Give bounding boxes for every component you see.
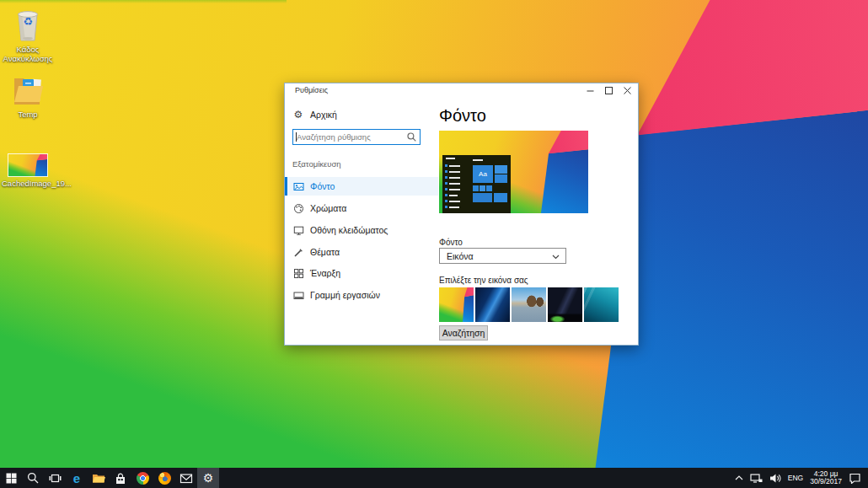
background-preview: Aa bbox=[439, 131, 588, 213]
close-button[interactable] bbox=[618, 84, 636, 96]
palette-icon bbox=[292, 203, 304, 214]
chrome-icon bbox=[137, 472, 149, 485]
recycle-symbol-icon: ♻ bbox=[2, 15, 54, 28]
taskbar-edge-button[interactable]: e bbox=[66, 468, 88, 488]
sidebar-item-label: Γραμμή εργασιών bbox=[310, 290, 380, 300]
chevron-up-icon bbox=[735, 475, 743, 480]
taskbar-icon bbox=[292, 290, 304, 301]
taskbar-file-explorer-button[interactable] bbox=[88, 468, 110, 488]
search-input[interactable] bbox=[297, 130, 402, 144]
sidebar-item-colors[interactable]: Χρώματα bbox=[285, 199, 438, 217]
sidebar-item-start[interactable]: Έναρξη bbox=[285, 264, 438, 282]
sidebar-item-label: Χρώματα bbox=[310, 203, 346, 213]
desktop: ♻ Κάδος Ανακύκλωσης Temp CachedImage_19.… bbox=[0, 0, 868, 488]
wallpaper-thumbnail-beach[interactable] bbox=[512, 287, 546, 322]
sidebar-item-label: Φόντο bbox=[310, 181, 335, 191]
close-icon bbox=[624, 87, 631, 94]
settings-search-box[interactable] bbox=[292, 129, 421, 145]
choose-picture-label: Επιλέξτε την εικόνα σας bbox=[439, 276, 528, 285]
preview-start-menu: Aa bbox=[442, 155, 511, 213]
clock-date: 30/9/2017 bbox=[810, 478, 842, 485]
taskbar-search-button[interactable] bbox=[22, 468, 44, 488]
gear-icon: ⚙ bbox=[292, 110, 304, 120]
sidebar-item-label: Έναρξη bbox=[310, 268, 340, 278]
windows-logo-icon bbox=[6, 473, 17, 484]
minimize-button[interactable] bbox=[581, 84, 599, 96]
wallpaper-thumbnail-current[interactable] bbox=[439, 287, 474, 322]
start-button[interactable] bbox=[0, 468, 22, 488]
gear-icon: ⚙ bbox=[203, 472, 214, 484]
desktop-icon-temp-folder[interactable]: Temp bbox=[2, 72, 54, 120]
preview-tile-aa: Aa bbox=[473, 165, 493, 183]
window-titlebar[interactable]: Ρυθμίσεις bbox=[285, 83, 638, 97]
desktop-icon-label: Κάδος Ανακύκλωσης bbox=[2, 46, 54, 63]
window-title: Ρυθμίσεις bbox=[295, 86, 328, 94]
settings-window: Ρυθμίσεις ⚙ Αρχική bbox=[284, 83, 639, 346]
taskbar-firefox-button[interactable] bbox=[153, 468, 175, 488]
network-icon bbox=[750, 473, 763, 484]
background-dropdown-label: Φόντο bbox=[439, 238, 463, 247]
edge-icon: e bbox=[73, 472, 80, 485]
desktop-icon-label: CachedImage_19... bbox=[2, 180, 54, 189]
tray-clock[interactable]: 4:20 μμ 30/9/2017 bbox=[806, 468, 845, 488]
search-icon[interactable] bbox=[407, 132, 416, 142]
sidebar-item-label: Θέματα bbox=[310, 247, 340, 257]
store-bag-icon bbox=[114, 472, 127, 485]
taskbar-chrome-button[interactable] bbox=[131, 468, 153, 488]
mail-icon bbox=[179, 473, 193, 484]
chevron-down-icon bbox=[552, 255, 560, 260]
task-view-button[interactable] bbox=[44, 468, 66, 488]
sidebar-item-label: Αρχική bbox=[310, 110, 337, 120]
start-icon bbox=[292, 268, 304, 279]
speaker-icon bbox=[769, 473, 781, 484]
sidebar-item-home[interactable]: ⚙ Αρχική bbox=[285, 105, 438, 124]
page-title: Φόντο bbox=[439, 106, 486, 126]
folder-icon bbox=[92, 473, 105, 484]
maximize-button[interactable] bbox=[599, 84, 618, 96]
themes-icon bbox=[292, 247, 304, 258]
image-file-icon bbox=[8, 153, 48, 177]
action-center-icon bbox=[849, 472, 861, 484]
background-type-dropdown[interactable]: Εικόνα bbox=[439, 248, 566, 264]
wallpaper-thumbnail-night-sky[interactable] bbox=[548, 287, 582, 322]
maximize-icon bbox=[605, 87, 613, 94]
selection-accent-bar bbox=[285, 177, 287, 196]
dropdown-selected-value: Εικόνα bbox=[447, 251, 474, 261]
desktop-icon-label: Temp bbox=[2, 110, 54, 120]
desktop-icon-recycle-bin[interactable]: ♻ Κάδος Ανακύκλωσης bbox=[2, 8, 54, 63]
sidebar-section-label: Εξατομίκευση bbox=[292, 159, 341, 169]
sidebar-item-background[interactable]: Φόντο bbox=[285, 177, 438, 196]
wallpaper-thumbnail-underwater[interactable] bbox=[584, 287, 619, 322]
sidebar-item-taskbar[interactable]: Γραμμή εργασιών bbox=[285, 286, 438, 304]
sidebar-item-themes[interactable]: Θέματα bbox=[285, 243, 438, 261]
tray-language-indicator[interactable]: ENG bbox=[785, 468, 806, 488]
folder-icon bbox=[2, 72, 54, 108]
sidebar-item-label: Οθόνη κλειδώματος bbox=[310, 225, 388, 235]
image-icon bbox=[292, 181, 304, 192]
action-center-button[interactable] bbox=[845, 468, 868, 488]
search-icon bbox=[27, 472, 39, 484]
tray-network-button[interactable] bbox=[747, 468, 766, 488]
desktop-icon-cached-image[interactable]: CachedImage_19... bbox=[2, 153, 54, 189]
recycle-bin-icon: ♻ bbox=[2, 8, 54, 43]
system-tray: ENG 4:20 μμ 30/9/2017 bbox=[731, 468, 868, 488]
tray-show-hidden-icons[interactable] bbox=[731, 468, 747, 488]
taskbar-mail-button[interactable] bbox=[175, 468, 197, 488]
firefox-icon bbox=[158, 472, 171, 485]
wallpaper-thumbnail-windows-hero[interactable] bbox=[475, 287, 510, 322]
browse-button[interactable]: Αναζήτηση bbox=[439, 325, 488, 341]
sidebar-item-lock-screen[interactable]: Οθόνη κλειδώματος bbox=[285, 221, 438, 239]
tray-volume-button[interactable] bbox=[766, 468, 785, 488]
lockscreen-icon bbox=[292, 225, 304, 236]
taskbar-settings-button[interactable]: ⚙ bbox=[197, 468, 219, 488]
task-view-icon bbox=[49, 473, 62, 484]
taskbar: e ⚙ bbox=[0, 468, 868, 488]
taskbar-store-button[interactable] bbox=[110, 468, 131, 488]
minimize-icon bbox=[587, 87, 594, 94]
